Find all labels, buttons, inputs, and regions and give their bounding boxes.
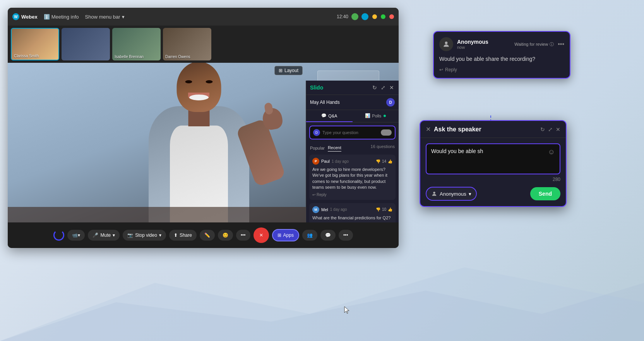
anon-more-button[interactable]: •••: [558, 41, 564, 48]
svg-marker-2: [0, 267, 644, 341]
tab-qa[interactable]: 💬 Q&A: [306, 110, 353, 122]
vote-count: 10: [382, 207, 386, 212]
webex-label: Webex: [21, 14, 38, 20]
sort-recent-button[interactable]: Recent: [328, 144, 341, 152]
close-button[interactable]: [389, 14, 394, 19]
meeting-more-button[interactable]: •••: [339, 230, 353, 241]
question-votes: 👎 10 👍: [376, 207, 392, 212]
reply-label: Reply: [317, 193, 327, 197]
chat-button[interactable]: 💬: [320, 230, 336, 241]
person-icon: [431, 191, 437, 197]
question-input-box[interactable]: D Type your question: [309, 126, 396, 140]
slido-close-button[interactable]: ✕: [389, 84, 395, 91]
anon-status: Waiting for review ⓘ: [514, 41, 554, 47]
meeting-title: May All Hands: [310, 100, 384, 105]
reply-arrow-icon: ↩: [439, 67, 443, 72]
anon-time: now: [457, 45, 510, 50]
vote-count: 14: [382, 159, 386, 164]
review-label: Waiting for review: [514, 42, 548, 46]
anon-chevron-icon: ▾: [469, 191, 471, 197]
more-dots-icon: •••: [343, 232, 348, 238]
clock-time: 12:40: [337, 14, 348, 19]
char-count: 280: [426, 177, 560, 182]
people-icon: 👥: [307, 232, 313, 238]
participant-name: Isabelle Brennan: [115, 55, 144, 59]
slido-panel: Slido ↻ ⤢ ✕ May All Hands D 💬 Q&A 📊 Poll…: [306, 81, 399, 222]
share-button[interactable]: ⬆ Share: [169, 230, 197, 241]
thumbs-down-icon: 👎: [376, 159, 380, 164]
participant-thumb[interactable]: Isabelle Brennan: [112, 28, 161, 60]
question-reply-button[interactable]: ↩ Reply: [312, 193, 392, 197]
mic-icon: 🎤: [92, 232, 98, 238]
mute-chevron: ▾: [113, 232, 115, 238]
mouse-cursor: [344, 306, 351, 317]
slido-expand-button[interactable]: ⤢: [380, 84, 386, 91]
participant-thumb[interactable]: Darren Owens: [163, 28, 211, 60]
video-options: 📹▾: [67, 230, 85, 241]
chevron-down-icon: ▾: [122, 14, 125, 20]
layout-button[interactable]: ⊞ Layout: [274, 66, 303, 75]
layout-label: Layout: [284, 68, 298, 73]
close-x-icon: ✕: [426, 126, 431, 133]
tab-polls[interactable]: 📊 Polls: [353, 110, 399, 122]
chat-icon: 💬: [325, 232, 331, 238]
meeting-title-row: May All Hands D: [306, 95, 399, 110]
whiteboard-button[interactable]: ✏️: [200, 230, 215, 241]
ask-speaker-close-button[interactable]: ✕: [426, 126, 431, 133]
title-bar: W Webex ℹ️ Meeting info Show menu bar ▾ …: [8, 8, 399, 26]
send-button[interactable]: Send: [530, 187, 560, 200]
whiteboard-icon: ✏️: [204, 232, 210, 238]
maximize-button[interactable]: [381, 14, 385, 19]
grid-icon: ⊞: [279, 68, 283, 73]
participant-thumb[interactable]: Clarissa Smith: [11, 28, 59, 60]
emoji-icon: ☺: [548, 148, 555, 156]
status-icon-blue: [361, 13, 368, 20]
question-card-header: M Mel 1 day ago 👎 10 👍: [312, 206, 392, 213]
question-time: 1 day ago: [330, 207, 347, 212]
question-toggle[interactable]: [381, 129, 392, 136]
apps-button[interactable]: ⊞ Apps: [272, 229, 299, 241]
participants-button[interactable]: 👥: [302, 230, 317, 241]
ask-speaker-refresh-button[interactable]: ↻: [540, 126, 545, 133]
meeting-window: W Webex ℹ️ Meeting info Show menu bar ▾ …: [8, 8, 399, 248]
mute-button[interactable]: 🎤 Mute ▾: [88, 230, 120, 241]
user-avatar: D: [386, 98, 395, 107]
anon-reply-button[interactable]: ↩ Reply: [439, 67, 457, 72]
end-call-button[interactable]: ✕: [253, 227, 269, 243]
minimize-button[interactable]: [372, 14, 377, 19]
slido-refresh-button[interactable]: ↻: [372, 84, 378, 91]
emoji-picker-button[interactable]: ☺: [548, 148, 555, 156]
webex-logo-icon: W: [12, 13, 19, 20]
anon-avatar: [439, 37, 453, 51]
reactions-button[interactable]: 😊: [218, 230, 233, 241]
anon-name: Anonymous: [457, 39, 510, 45]
more-button[interactable]: •••: [236, 230, 250, 241]
anon-button-label: Anonymous: [440, 191, 466, 197]
ask-speaker-textarea[interactable]: Would you be able sh ☺: [426, 143, 560, 174]
participant-thumb[interactable]: [62, 28, 110, 60]
ask-speaker-expand-button[interactable]: ⤢: [548, 126, 553, 133]
sort-popular-button[interactable]: Popular: [310, 144, 325, 152]
anonymous-toggle-button[interactable]: Anonymous ▾: [426, 187, 477, 201]
question-author-avatar: M: [312, 206, 319, 213]
slido-header: Slido ↻ ⤢ ✕: [306, 81, 399, 95]
loading-spinner: [53, 230, 64, 241]
questions-count: 16 questions: [371, 144, 395, 152]
participants-strip: Clarissa Smith Isabelle Brennan Darren O…: [8, 26, 399, 63]
end-call-icon: ✕: [259, 232, 263, 238]
polls-notification-dot: [384, 115, 386, 117]
stop-video-label: Stop video: [135, 232, 157, 238]
show-menu-button[interactable]: Show menu bar ▾: [85, 14, 125, 20]
video-options-button[interactable]: 📹▾: [67, 230, 85, 241]
reply-icon: ↩: [312, 193, 315, 197]
svg-point-0: [445, 41, 448, 44]
stop-video-button[interactable]: 📷 Stop video ▾: [123, 230, 166, 241]
meeting-info-button[interactable]: ℹ️ Meeting info: [41, 13, 81, 21]
meeting-info-label: Meeting info: [51, 14, 79, 20]
ask-speaker-dismiss-button[interactable]: ✕: [556, 126, 560, 133]
ask-speaker-header: ✕ Ask the speaker ↻ ⤢ ✕: [420, 121, 566, 138]
ask-speaker-footer: Anonymous ▾ Send: [426, 187, 560, 201]
show-menu-label: Show menu bar: [85, 14, 120, 20]
question-text: Are we going to hire more developers? We…: [312, 167, 392, 191]
thumbs-up-icon: 👍: [388, 207, 392, 212]
